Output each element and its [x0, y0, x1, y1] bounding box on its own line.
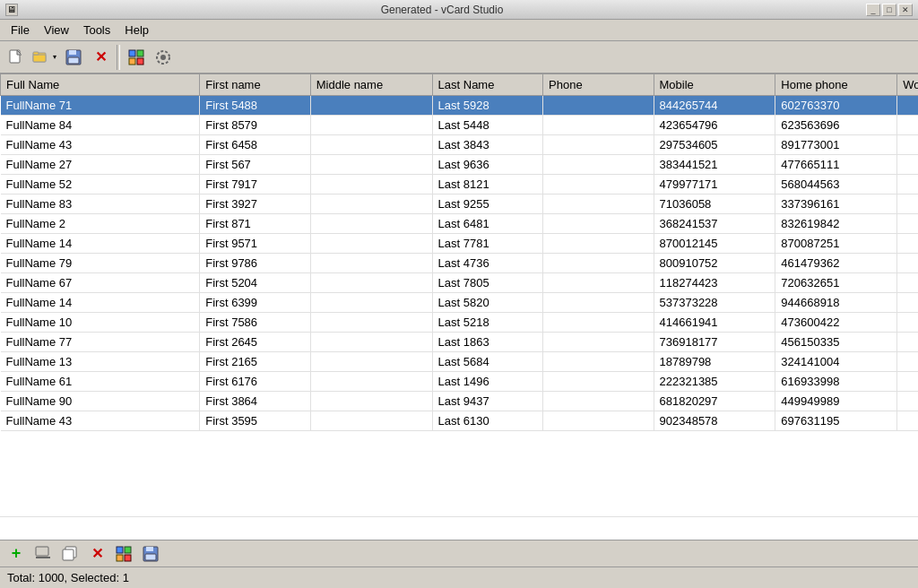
cell-middlename — [310, 175, 432, 195]
svg-rect-19 — [125, 547, 131, 553]
cell-firstname: First 6399 — [200, 293, 310, 313]
cell-lastname: Last 5448 — [432, 116, 542, 135]
cell-firstname: First 3864 — [200, 392, 310, 411]
add-record-button[interactable]: + — [4, 541, 29, 566]
table-row[interactable]: FullName 14First 9571Last 77818700121458… — [1, 234, 919, 254]
cell-work — [897, 175, 918, 195]
cell-lastname: Last 7781 — [432, 234, 542, 254]
cell-lastname: Last 5218 — [432, 313, 542, 333]
cell-mobile: 414661941 — [654, 313, 775, 333]
cell-firstname: First 7917 — [200, 175, 310, 195]
table-row[interactable]: FullName 83First 3927Last 92557103605833… — [1, 195, 919, 214]
svg-rect-15 — [36, 547, 48, 556]
cell-phone — [543, 333, 654, 352]
table-row[interactable]: FullName 90First 3864Last 94376818202974… — [1, 392, 919, 411]
new-button[interactable] — [4, 45, 29, 70]
menu-file[interactable]: File — [4, 22, 37, 39]
cell-firstname: First 567 — [200, 155, 310, 175]
data-table: Full Name First name Middle name Last Na… — [0, 74, 918, 431]
cell-firstname: First 5488 — [200, 96, 310, 116]
menu-tools[interactable]: Tools — [76, 22, 117, 39]
cell-phone — [543, 313, 654, 333]
cell-homephone: 616933998 — [775, 372, 897, 392]
col-header-fullname[interactable]: Full Name — [1, 74, 200, 96]
cell-fullname: FullName 2 — [1, 214, 200, 234]
cell-middlename — [310, 214, 432, 234]
col-header-homephone[interactable]: Home phone — [775, 74, 897, 96]
cell-mobile: 297534605 — [654, 135, 775, 155]
edit-record-button[interactable] — [30, 541, 56, 566]
table-row[interactable]: FullName 79First 9786Last 47368009107524… — [1, 254, 919, 273]
cell-lastname: Last 1863 — [432, 333, 542, 352]
cell-middlename — [310, 313, 432, 333]
cell-fullname: FullName 77 — [1, 333, 200, 352]
cell-fullname: FullName 52 — [1, 175, 200, 195]
cell-mobile: 222321385 — [654, 372, 775, 392]
cell-lastname: Last 1496 — [432, 372, 542, 392]
cell-work — [897, 392, 918, 411]
cell-phone — [543, 155, 654, 175]
svg-rect-24 — [145, 554, 156, 560]
cell-homephone: 449949989 — [775, 392, 897, 411]
save-button[interactable] — [61, 45, 86, 70]
svg-rect-4 — [33, 52, 39, 55]
cell-firstname: First 9786 — [200, 254, 310, 273]
table-row[interactable]: FullName 61First 6176Last 14962223213856… — [1, 372, 919, 392]
table-row[interactable]: FullName 14First 6399Last 58205373732289… — [1, 293, 919, 313]
cell-fullname: FullName 71 — [1, 96, 200, 116]
cell-fullname: FullName 79 — [1, 254, 200, 273]
import-button[interactable] — [124, 45, 149, 70]
copy-record-button[interactable] — [57, 541, 82, 566]
maximize-button[interactable]: □ — [882, 4, 896, 16]
open-button[interactable] — [30, 45, 50, 70]
open-arrow-button[interactable]: ▾ — [50, 45, 59, 70]
col-header-work[interactable]: Work — [897, 74, 918, 96]
table-container[interactable]: Full Name First name Middle name Last Na… — [0, 74, 918, 516]
bottom-toolbar: + ✕ — [0, 540, 918, 566]
cell-homephone: 891773001 — [775, 135, 897, 155]
menu-view[interactable]: View — [37, 22, 76, 39]
cell-middlename — [310, 155, 432, 175]
col-header-middlename[interactable]: Middle name — [310, 74, 432, 96]
delete-button[interactable]: ✕ — [88, 45, 113, 70]
cell-mobile: 383441521 — [654, 155, 775, 175]
settings-button[interactable] — [151, 45, 176, 70]
col-header-lastname[interactable]: Last Name — [432, 74, 542, 96]
table-row[interactable]: FullName 67First 5204Last 78051182744237… — [1, 273, 919, 293]
table-row[interactable]: FullName 43First 3595Last 61309023485786… — [1, 411, 919, 431]
cell-middlename — [310, 135, 432, 155]
cell-mobile: 368241537 — [654, 214, 775, 234]
close-button[interactable]: ✕ — [898, 4, 913, 16]
table-row[interactable]: FullName 52First 7917Last 81214799771715… — [1, 175, 919, 195]
table-row[interactable]: FullName 27First 567Last 963638344152147… — [1, 155, 919, 175]
col-header-firstname[interactable]: First name — [200, 74, 310, 96]
status-bar: Total: 1000, Selected: 1 — [0, 566, 918, 588]
table-row[interactable]: FullName 10First 7586Last 52184146619414… — [1, 313, 919, 333]
table-row[interactable]: FullName 43First 6458Last 38432975346058… — [1, 135, 919, 155]
table-row[interactable]: FullName 13First 2165Last 56841878979832… — [1, 352, 919, 372]
table-row[interactable]: FullName 84First 8579Last 54484236547966… — [1, 116, 919, 135]
cell-work — [897, 135, 918, 155]
col-header-mobile[interactable]: Mobile — [654, 74, 775, 96]
cell-firstname: First 5204 — [200, 273, 310, 293]
system-menu-button[interactable]: 🖥 — [5, 4, 18, 16]
menu-help[interactable]: Help — [117, 22, 156, 39]
cell-lastname: Last 9636 — [432, 155, 542, 175]
col-header-phone[interactable]: Phone — [543, 74, 654, 96]
cell-homephone: 944668918 — [775, 293, 897, 313]
title-bar: 🖥 Generated - vCard Studio _ □ ✕ — [0, 0, 918, 20]
svg-rect-20 — [117, 555, 123, 561]
export-record-button[interactable] — [111, 541, 136, 566]
table-row[interactable]: FullName 2First 871Last 6481368241537832… — [1, 214, 919, 234]
cell-homephone: 568044563 — [775, 175, 897, 195]
cell-homephone: 324141004 — [775, 352, 897, 372]
cell-work — [897, 234, 918, 254]
cell-mobile: 736918177 — [654, 333, 775, 352]
minimize-button[interactable]: _ — [866, 4, 880, 16]
table-row[interactable]: FullName 71First 5488Last 59288442657446… — [1, 96, 919, 116]
svg-rect-21 — [125, 555, 131, 561]
window-controls: _ □ ✕ — [866, 4, 913, 16]
table-row[interactable]: FullName 77First 2645Last 18637369181774… — [1, 333, 919, 352]
remove-record-button[interactable]: ✕ — [84, 541, 109, 566]
save-record-button[interactable] — [138, 541, 163, 566]
